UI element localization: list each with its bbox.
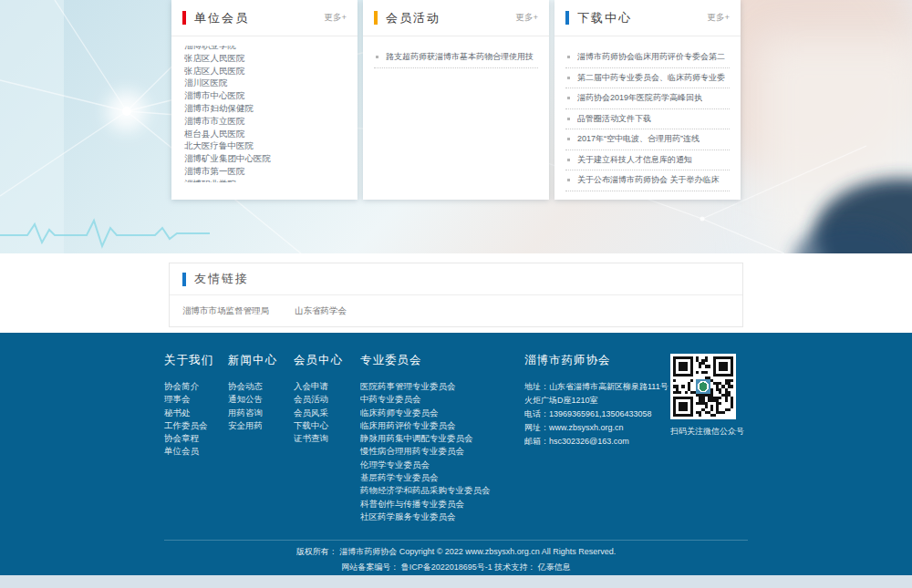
more-link[interactable]: 更多+ <box>515 12 538 24</box>
friendly-links-row: 淄博市市场监督管理局山东省药学会 <box>170 295 742 326</box>
more-link[interactable]: 更多+ <box>324 12 347 24</box>
panel-member-activities-header: 会员活动 更多+ <box>363 0 549 36</box>
footer-contact-lines: 地址：山东省淄博市高新区柳泉路111号火炬广场D座1210室电话：1396936… <box>524 380 670 449</box>
footer-link[interactable]: 协会简介 <box>164 380 228 393</box>
footer-links: 协会动态通知公告用药咨询安全用药 <box>228 380 294 432</box>
blue-marker-icon <box>565 11 569 25</box>
list-item[interactable]: 2017年“空中电波、合理用药”连线 <box>565 129 730 150</box>
panel-unit-members-header: 单位会员 更多+ <box>171 0 358 36</box>
bullet-icon <box>567 138 570 140</box>
bottom-strip <box>0 575 912 588</box>
footer-link[interactable]: 会员风采 <box>294 407 360 419</box>
footer-link[interactable]: 伦理学专业委员会 <box>360 459 524 471</box>
member-marquee-viewport: 淄博职业学院 张店区人民医院张店区人民医院淄川区医院淄博市中心医院淄博市妇幼保健… <box>184 46 345 182</box>
activity-list: 路支超药师获淄博市基本药物合理使用技 <box>374 47 538 68</box>
contact-line: 网址：www.zbsysxh.org.cn <box>524 421 670 435</box>
more-link[interactable]: 更多+ <box>707 12 730 24</box>
footer-links: 医院药事管理专业委员会中药专业委员会临床药师专业委员会临床用药评价专业委员会静脉… <box>360 380 524 523</box>
footer-link[interactable]: 下载中心 <box>294 419 360 432</box>
list-item[interactable]: 淄博市中心医院 <box>184 89 345 102</box>
footer-link[interactable]: 药物经济学和药品采购专业委员会 <box>360 484 524 497</box>
footer-contact-title: 淄博市药师协会 <box>524 354 670 366</box>
footer-col-member: 会员中心 入会申请会员活动会员风采下载中心证书查询 <box>294 354 360 523</box>
orange-marker-icon <box>374 11 378 25</box>
footer-columns: 关于我们 协会简介理事会秘书处工作委员会协会章程单位会员 新闻中心 协会动态通知… <box>164 333 748 523</box>
bullet-icon <box>567 97 570 99</box>
panel-title: 单位会员 <box>194 10 249 26</box>
list-item[interactable]: 淄药协会2019年医院药学高峰回执 <box>565 88 730 109</box>
top-panels-row: 单位会员 更多+ 淄博职业学院 张店区人民医院张店区人民医院淄川区医院淄博市中心… <box>171 0 741 200</box>
footer-link[interactable]: 工作委员会 <box>164 419 228 432</box>
friendly-link[interactable]: 淄博市市场监督管理局 <box>182 305 269 317</box>
list-item[interactable]: 北大医疗鲁中医院 <box>184 139 345 152</box>
footer-link[interactable]: 入会申请 <box>294 380 360 393</box>
blue-marker-icon <box>182 273 186 286</box>
footer-link[interactable]: 理事会 <box>164 393 228 406</box>
bullet-icon <box>376 56 378 58</box>
footer-divider <box>164 540 748 541</box>
list-item[interactable]: 淄博市妇幼保健院 <box>184 102 345 115</box>
footer-link[interactable]: 静脉用药集中调配专业委员会 <box>360 432 524 445</box>
footer-link[interactable]: 安全用药 <box>228 419 294 432</box>
footer-link[interactable]: 秘书处 <box>164 407 228 419</box>
footer-link[interactable]: 医院药事管理专业委员会 <box>360 380 524 393</box>
footer-link[interactable]: 协会章程 <box>164 432 228 445</box>
copyright-line-2: 网站备案编号： 鲁ICP备2022018695号-1 技术支持： 亿泰信息 <box>0 560 912 575</box>
contact-line: 电话：13969365961,13506433058 <box>524 407 670 421</box>
list-item[interactable]: 关于建立科技人才信息库的通知 <box>565 150 730 171</box>
footer-col-title: 专业委员会 <box>360 354 524 366</box>
bullet-icon <box>567 118 570 120</box>
contact-line: 邮箱：hsc302326@163.com <box>524 435 670 449</box>
panel-title: 下载中心 <box>577 10 632 26</box>
list-item[interactable]: 淄博市第一医院 <box>184 165 345 178</box>
footer-link[interactable]: 证书查询 <box>294 432 360 445</box>
qr-caption: 扫码关注微信公众号 <box>670 426 748 438</box>
footer-link[interactable]: 用药咨询 <box>228 407 294 419</box>
footer-link[interactable]: 慢性病合理用药专业委员会 <box>360 445 524 458</box>
list-item-partial[interactable]: 淄博职业学院 <box>184 178 345 182</box>
list-item[interactable]: 张店区人民医院 <box>184 65 345 77</box>
footer-link[interactable]: 会员活动 <box>294 393 360 406</box>
panel-title: 会员活动 <box>386 10 440 26</box>
footer-links: 协会简介理事会秘书处工作委员会协会章程单位会员 <box>164 380 228 459</box>
footer-link[interactable]: 社区药学服务专业委员会 <box>360 511 524 523</box>
footer-link[interactable]: 科普创作与传播专业委员会 <box>360 498 524 511</box>
footer-link[interactable]: 基层药学专业委员会 <box>360 471 524 484</box>
list-item[interactable]: 张店区人民医院 <box>184 52 345 65</box>
red-marker-icon <box>182 11 186 25</box>
list-item-partial[interactable]: 淄博职业学院 <box>184 46 345 52</box>
list-item[interactable]: 淄博矿业集团中心医院 <box>184 152 345 165</box>
list-item[interactable]: 淄川区医院 <box>184 77 345 89</box>
copyright-line-1: 版权所有： 淄博市药师协会 Copyright © 2022 www.zbsys… <box>0 544 912 560</box>
footer-link[interactable]: 协会动态 <box>228 380 294 393</box>
footer-link[interactable]: 通知公告 <box>228 393 294 406</box>
list-item[interactable]: 桓台县人民医院 <box>184 128 345 140</box>
friendly-links-header: 友情链接 <box>170 263 742 295</box>
footer-qr-column: 扫码关注微信公众号 <box>670 354 748 523</box>
footer-contact: 淄博市药师协会 地址：山东省淄博市高新区柳泉路111号火炬广场D座1210室电话… <box>524 354 670 523</box>
footer-link[interactable]: 中药专业委员会 <box>360 393 524 406</box>
list-item[interactable]: 淄博市市立医院 <box>184 115 345 128</box>
qr-center-logo-icon <box>696 379 710 394</box>
footer-col-title: 会员中心 <box>294 354 360 366</box>
footer-link[interactable]: 临床用药评价专业委员会 <box>360 419 524 432</box>
qr-code-image <box>673 356 733 417</box>
list-item[interactable]: 路支超药师获淄博市基本药物合理使用技 <box>374 47 538 68</box>
contact-line: 地址：山东省淄博市高新区柳泉路111号火炬广场D座1210室 <box>524 380 670 407</box>
friendly-link[interactable]: 山东省药学会 <box>295 305 347 317</box>
footer-col-news: 新闻中心 协会动态通知公告用药咨询安全用药 <box>228 354 294 523</box>
bullet-icon <box>567 159 570 161</box>
footer-col-title: 关于我们 <box>164 354 228 366</box>
bullet-icon <box>567 77 570 79</box>
bullet-icon <box>567 179 570 181</box>
list-item[interactable]: 关于公布淄博市药师协会 关于举办临床 <box>565 170 730 191</box>
panel-member-activities: 会员活动 更多+ 路支超药师获淄博市基本药物合理使用技 <box>363 0 549 200</box>
list-item[interactable]: 品管圈活动文件下载 <box>565 109 730 130</box>
footer-link[interactable]: 临床药师专业委员会 <box>360 407 524 419</box>
list-item[interactable]: 第二届中药专业委员会、临床药师专业委 <box>565 68 730 89</box>
footer-col-title: 新闻中心 <box>228 354 294 366</box>
footer-link[interactable]: 单位会员 <box>164 445 228 458</box>
footer-col-committees: 专业委员会 医院药事管理专业委员会中药专业委员会临床药师专业委员会临床用药评价专… <box>360 354 524 523</box>
footer-col-about: 关于我们 协会简介理事会秘书处工作委员会协会章程单位会员 <box>164 354 228 523</box>
list-item[interactable]: 淄博市药师协会临床用药评价专委会第二 <box>565 47 730 68</box>
